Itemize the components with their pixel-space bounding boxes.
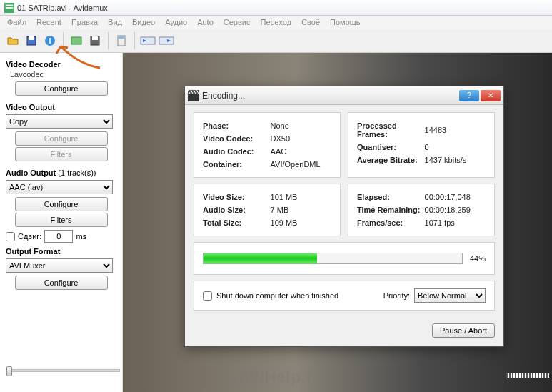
video-decoder-configure-button[interactable]: Configure	[15, 81, 108, 96]
svg-text:i: i	[49, 36, 51, 45]
toolbar: i	[0, 29, 552, 53]
dialog-close-button[interactable]: ✕	[481, 90, 501, 101]
shift-checkbox[interactable]	[6, 232, 15, 241]
audio-output-configure-button[interactable]: Configure	[15, 197, 108, 211]
picture-button[interactable]	[68, 32, 85, 49]
progress-box: 44%	[194, 242, 495, 275]
video-output-filters-button[interactable]: Filters	[15, 147, 108, 161]
menu-auto[interactable]: Auto	[197, 18, 214, 26]
svg-rect-13	[159, 37, 174, 44]
app-icon	[4, 3, 14, 13]
frame-stats-box: Processed Frames:14483 Quantiser:0 Avera…	[348, 112, 495, 178]
output-format-configure-button[interactable]: Configure	[15, 276, 108, 290]
size-box: Video Size:101 MB Audio Size:7 MB Total …	[194, 184, 341, 236]
shutdown-checkbox[interactable]	[203, 291, 212, 301]
progress-fill	[204, 253, 317, 263]
menu-file[interactable]: Файл	[7, 18, 26, 26]
pause-abort-button[interactable]: Pause / Abort	[432, 323, 495, 338]
dialog-titlebar[interactable]: Encoding... ? ✕	[185, 86, 503, 105]
menu-edit[interactable]: Правка	[71, 18, 98, 26]
svg-rect-9	[92, 36, 98, 40]
progress-bar	[203, 253, 463, 264]
menu-service[interactable]: Сервис	[224, 18, 251, 26]
slider-thumb[interactable]	[6, 366, 12, 376]
info-button[interactable]: i	[41, 32, 59, 49]
open-button[interactable]	[4, 32, 21, 49]
play-range-button[interactable]	[139, 32, 156, 49]
menubar: Файл Recent Правка Вид Видео Аудио Auto …	[0, 16, 552, 29]
calculator-button[interactable]	[113, 32, 130, 49]
dialog-title: Encoding...	[199, 91, 459, 101]
menu-custom[interactable]: Своё	[301, 18, 320, 26]
toolbar-separator	[134, 32, 135, 49]
menu-view[interactable]: Вид	[108, 18, 122, 26]
menu-video[interactable]: Видео	[132, 18, 155, 26]
clapper-icon	[188, 90, 199, 101]
menu-recent[interactable]: Recent	[36, 18, 61, 26]
window-titlebar: 01 SATRip.avi - Avidemux	[0, 0, 552, 16]
timeline-slider[interactable]	[6, 369, 120, 372]
video-decoder-heading: Video Decoder	[6, 60, 116, 69]
svg-rect-7	[71, 37, 81, 44]
film-strip-icon	[506, 373, 549, 378]
output-format-heading: Output Format	[6, 247, 116, 256]
toolbar-separator	[63, 32, 64, 49]
codec-info-box: Phase:None Video Codec:DX50 Audio Codec:…	[194, 112, 341, 178]
toolbar-separator	[108, 32, 109, 49]
save-button[interactable]	[23, 32, 40, 49]
audio-output-heading: Audio Output (1 track(s))	[6, 169, 116, 177]
svg-rect-2	[6, 7, 14, 9]
shutdown-label: Shut down computer when finished	[216, 291, 338, 300]
video-output-configure-button[interactable]: Configure	[15, 131, 108, 146]
play-button[interactable]	[158, 32, 175, 49]
menu-audio[interactable]: Аудио	[165, 18, 187, 26]
watermark: LiWiHelp.ru	[229, 368, 323, 386]
options-box: Shut down computer when finished Priorit…	[194, 281, 495, 311]
dialog-help-button[interactable]: ?	[459, 90, 479, 101]
priority-label: Priority:	[383, 291, 410, 300]
menu-go[interactable]: Переход	[260, 18, 291, 26]
save2-button[interactable]	[86, 32, 104, 49]
svg-rect-14	[188, 94, 199, 101]
window-title: 01 SATRip.avi - Avidemux	[17, 4, 108, 12]
svg-rect-4	[29, 36, 34, 40]
shift-label: Сдвиг:	[18, 232, 41, 241]
audio-output-select[interactable]: AAC (lav)	[6, 180, 113, 194]
priority-select[interactable]: Below Normal	[414, 288, 486, 303]
time-box: Elapsed:00:00:17,048 Time Remaining:00:0…	[348, 184, 495, 236]
sidebar: Video Decoder Lavcodec Configure Video O…	[0, 53, 123, 392]
progress-percent: 44%	[470, 254, 486, 263]
encoding-dialog: Encoding... ? ✕ Phase:None Video Codec:D…	[184, 86, 504, 347]
video-decoder-codec: Lavcodec	[10, 70, 116, 79]
output-format-select[interactable]: AVI Muxer	[6, 258, 113, 273]
menu-help[interactable]: Помощь	[330, 18, 361, 26]
video-output-heading: Video Output	[6, 103, 116, 111]
svg-rect-11	[119, 36, 124, 39]
shift-input[interactable]	[44, 230, 73, 243]
audio-output-filters-button[interactable]: Filters	[15, 213, 108, 227]
video-output-select[interactable]: Copy	[6, 114, 113, 129]
shift-unit: ms	[76, 232, 86, 241]
svg-rect-1	[6, 4, 14, 6]
